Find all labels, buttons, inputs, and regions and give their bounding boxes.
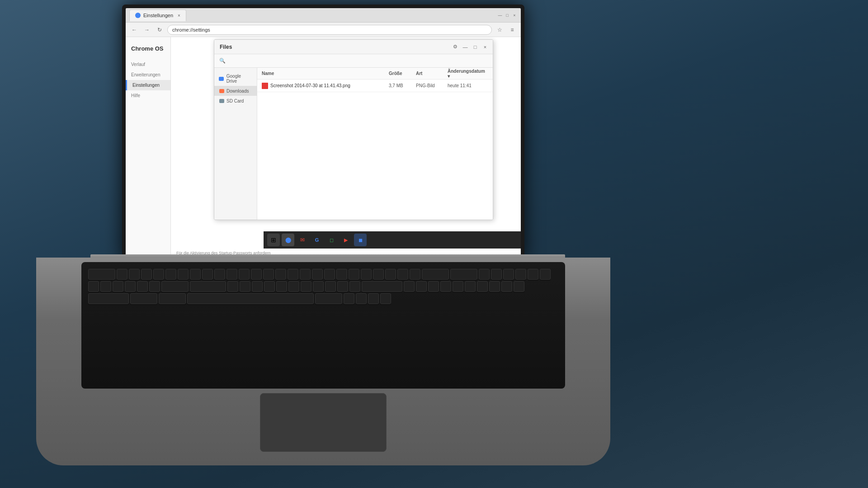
taskbar-launcher[interactable]: ⊞ [267,234,280,246]
key-arrow-up[interactable] [356,293,367,304]
browser-reload-button[interactable]: ↻ [155,25,165,35]
key-8[interactable] [361,269,372,280]
key-f5[interactable] [165,269,176,280]
key-f8[interactable] [202,269,213,280]
key-arrow-down[interactable] [368,293,379,304]
key-esc[interactable] [88,269,115,280]
files-sidebar-downloads[interactable]: Downloads [214,86,257,96]
key-a[interactable] [227,281,238,292]
key-f1[interactable] [117,269,127,280]
key-j[interactable] [301,281,311,292]
settings-nav-einstellungen[interactable]: Einstellungen [126,80,170,90]
files-maximize-button[interactable]: □ [471,43,479,51]
key-k[interactable] [313,281,324,292]
key-f11[interactable] [239,269,250,280]
file-row-0[interactable]: Screenshot 2014-07-30 at 11.41.43.png 3,… [257,80,493,92]
key-f7[interactable] [190,269,201,280]
touchpad[interactable] [260,393,387,452]
files-sidebar-google-drive[interactable]: Google Drive [214,71,257,86]
browser-menu-button[interactable]: ≡ [507,25,517,35]
key-b[interactable] [453,281,463,292]
key-semicolon[interactable] [337,281,348,292]
key-tab[interactable] [450,269,477,280]
key-f12[interactable] [251,269,262,280]
key-e[interactable] [503,269,514,280]
taskbar-gmail[interactable]: ✉ [296,234,309,246]
browser-back-button[interactable]: ← [129,25,139,35]
key-f10[interactable] [226,269,237,280]
key-o[interactable] [113,281,123,292]
key-c[interactable] [428,281,439,292]
key-9[interactable] [373,269,384,280]
key-arrow-right[interactable] [380,293,391,304]
key-backtick[interactable] [263,269,274,280]
key-l[interactable] [325,281,336,292]
browser-address-bar[interactable]: chrome://settings [167,25,492,35]
settings-nav-verlauf[interactable]: Verlauf [126,59,170,70]
key-q[interactable] [479,269,490,280]
key-period[interactable] [501,281,512,292]
browser-tab-settings[interactable]: Einstellungen × [129,9,186,21]
browser-bookmark-button[interactable]: ☆ [495,25,505,35]
taskbar-chrome[interactable]: ⬤ [282,234,294,246]
key-3[interactable] [300,269,311,280]
files-search-icon[interactable]: 🔍 [218,56,227,66]
key-4[interactable] [312,269,323,280]
key-arrow-left[interactable] [344,293,354,304]
key-comma[interactable] [489,281,500,292]
key-slash[interactable] [514,281,524,292]
key-t[interactable] [528,269,538,280]
key-f9[interactable] [214,269,225,280]
browser-close-button[interactable]: × [512,13,517,18]
key-enter[interactable] [161,281,189,292]
key-n[interactable] [465,281,476,292]
key-v[interactable] [440,281,451,292]
key-d[interactable] [252,281,263,292]
key-u[interactable] [88,281,99,292]
key-z[interactable] [404,281,415,292]
key-x[interactable] [416,281,427,292]
files-settings-button[interactable]: ⚙ [451,43,459,51]
files-close-button[interactable]: × [481,43,489,51]
key-r[interactable] [515,269,526,280]
settings-nav-hilfe[interactable]: Hilfe [126,90,170,101]
key-f[interactable] [264,281,275,292]
key-7[interactable] [349,269,359,280]
key-f6[interactable] [178,269,189,280]
taskbar-youtube[interactable]: ▶ [340,234,352,246]
key-alt[interactable] [159,293,186,304]
key-quote[interactable] [349,281,360,292]
key-h[interactable] [288,281,299,292]
files-col-date-header[interactable]: Änderungsdatum ▾ [448,69,488,79]
key-caps[interactable] [190,281,226,292]
browser-forward-button[interactable]: → [142,25,152,35]
taskbar-google[interactable]: G [311,234,323,246]
browser-minimize-button[interactable]: — [497,13,503,18]
key-p[interactable] [125,281,136,292]
key-lbracket[interactable] [137,281,148,292]
key-m[interactable] [477,281,488,292]
settings-nav-erweiterungen[interactable]: Erweiterungen [126,70,170,80]
key-rbracket[interactable] [149,281,160,292]
key-f3[interactable] [141,269,152,280]
files-minimize-button[interactable]: — [461,43,469,51]
key-6[interactable] [336,269,347,280]
key-5[interactable] [324,269,335,280]
browser-tab-close[interactable]: × [178,13,180,18]
key-2[interactable] [288,269,298,280]
key-backspace[interactable] [422,269,449,280]
key-0[interactable] [385,269,396,280]
key-s[interactable] [240,281,250,292]
taskbar-files[interactable]: ◼ [354,234,367,246]
key-1[interactable] [275,269,286,280]
key-alt-right[interactable] [315,293,342,304]
key-space[interactable] [187,293,314,304]
taskbar-app4[interactable]: ◻ [325,234,338,246]
key-y[interactable] [540,269,551,280]
key-i[interactable] [100,281,111,292]
key-f4[interactable] [153,269,164,280]
key-ctrl[interactable] [130,293,157,304]
browser-maximize-button[interactable]: □ [505,13,510,18]
key-g[interactable] [276,281,287,292]
key-shift-left[interactable] [362,281,402,292]
